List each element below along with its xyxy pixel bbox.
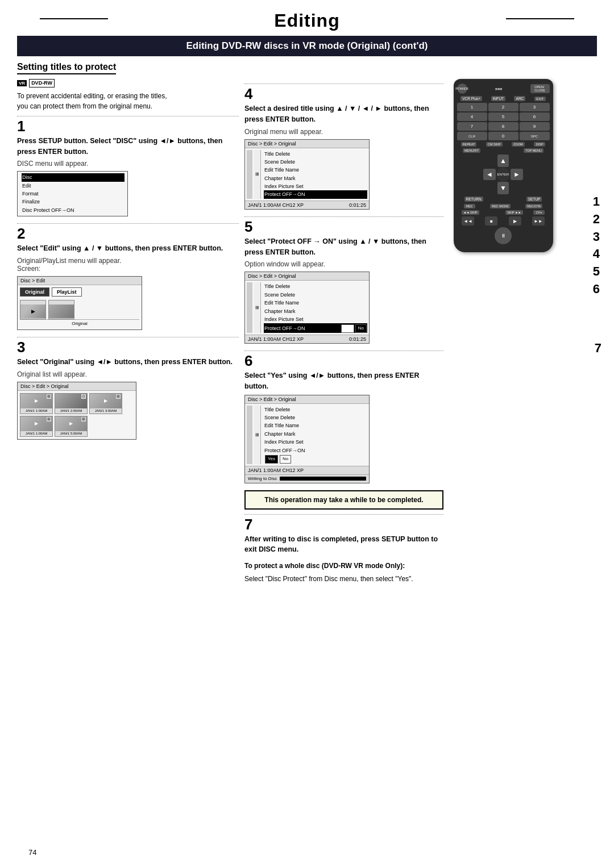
remote-func-row: REPEAT CM SKIP ZOOM DISP (457, 142, 550, 147)
step-5-yes: Yes (341, 324, 354, 333)
btn-space[interactable]: SPC (520, 132, 550, 140)
input-button[interactable]: INPUT (491, 96, 506, 101)
btn-5[interactable]: 5 (488, 112, 518, 121)
step-5-screen: Disc > Edit > Original ⊞ Title Delete Sc… (244, 272, 370, 344)
menu-rt-button[interactable]: MENU/RT (463, 148, 480, 153)
step-6-footer-left: JAN/1 1:00AM CH12 XP (248, 468, 304, 473)
step-1-menu-edit: Edit (22, 182, 125, 190)
step-5-title-delete: Title Delete (264, 282, 367, 290)
power-button[interactable]: POWER (457, 84, 467, 94)
top-menu-button[interactable]: TOP MENU (524, 148, 544, 153)
step-2-footer: Original (20, 319, 139, 327)
cmskip-button[interactable]: CM SKIP (486, 142, 503, 147)
btn-7[interactable]: 7 (457, 122, 487, 131)
page-number: 74 (28, 848, 36, 857)
zoom-button[interactable]: ZOOM (512, 142, 525, 147)
step-7-instruction: After writing to disc is completed, pres… (244, 534, 443, 556)
step-4-edit-title: Edit Title Name (264, 166, 367, 174)
step-3-screen: Disc > Edit > Original ▶ ⊞ JAN/1 1:00AM (17, 382, 136, 440)
arc-button[interactable]: ARC (514, 96, 525, 101)
step-4-protect: Protect OFF→ON (264, 190, 367, 198)
thumb-3-1: ▶ ⊞ JAN/1 1:00AM (20, 393, 53, 414)
btn-clear[interactable]: CLR (457, 132, 487, 140)
dpad-left[interactable]: ◄ (483, 169, 496, 180)
btn-3[interactable]: 3 (520, 103, 550, 111)
open-close-button[interactable]: OPEN/CLOSE (530, 84, 550, 93)
exit-button[interactable]: EXIT (534, 97, 546, 101)
step-6-title-delete: Title Delete (264, 406, 367, 414)
step-4-footer-left: JAN/1 1:00AM CH12 XP (248, 202, 304, 208)
step-7-number: 7 (244, 517, 443, 532)
setup-button[interactable]: SETUP (526, 197, 542, 202)
step-7-block: 7 After writing to disc is completed, pr… (244, 514, 443, 585)
thumb-3-2: ⊙ JAN/1 2:00AM (55, 393, 88, 414)
step-5-number: 5 (244, 219, 443, 234)
stop-button[interactable]: ■ (485, 216, 497, 226)
tab-original: Original (20, 287, 49, 297)
step-5-protect: Protect OFF→ON Yes No (264, 323, 367, 333)
btn-0[interactable]: 0 (488, 132, 518, 140)
step-6-menu: Title Delete Scene Delete Edit Title Nam… (263, 406, 367, 464)
step-1-menu-format: Format (22, 190, 125, 198)
display-button[interactable]: DISP (534, 142, 545, 147)
remote-pause-row: ⏸ (457, 227, 550, 244)
dpad-right[interactable]: ► (511, 169, 523, 180)
dvdrw-badge: DVD-RW (29, 79, 55, 87)
rec-button[interactable]: REC (464, 204, 475, 208)
skip-fwd-button[interactable]: SKIP ►► (505, 210, 523, 215)
step-2-bold: Select "Edit" using ▲ / ▼ buttons, then … (17, 244, 223, 252)
dpad-down[interactable]: ▼ (497, 182, 509, 194)
page-container: Editing Editing DVD-RW discs in VR mode … (0, 0, 614, 868)
btn-2[interactable]: 2 (488, 103, 518, 111)
rev-button[interactable]: ◄◄ (462, 216, 474, 226)
step-ind-7: 7 (595, 341, 601, 356)
step-4-footer-right: 0:01:25 (349, 202, 366, 208)
remote-transport-row: ◄◄ ■ ▶ ►► (457, 216, 550, 226)
repeat-button[interactable]: REPEAT (461, 142, 477, 147)
btn-4[interactable]: 4 (457, 112, 487, 121)
center-column: 4 Select a desired title using ▲ / ▼ / ◄… (244, 79, 443, 591)
step-2-number: 2 (17, 226, 239, 241)
sub-title-banner: Editing DVD-RW discs in VR mode (Origina… (17, 36, 597, 56)
step-3-instruction: Select "Original" using ◄/► buttons, the… (17, 357, 239, 368)
main-layout: VR DVD-RW To prevent accidental editing,… (17, 79, 597, 591)
skip-back-button[interactable]: ◄◄ SKIP (462, 210, 479, 215)
btn-6[interactable]: 6 (520, 112, 550, 121)
remote-rec-row: REC REC MODE REC/OTA (457, 204, 550, 208)
step-5-divider (244, 216, 443, 217)
step-7-note: To protect a whole disc (DVD-RW VR mode … (244, 561, 443, 584)
fwd-button[interactable]: ►► (532, 216, 545, 226)
pause-button[interactable]: ⏸ (495, 227, 512, 244)
btn-8[interactable]: 8 (488, 122, 518, 131)
rec-mode-button[interactable]: REC MODE (490, 204, 511, 208)
dvd-badge: VR DVD-RW (17, 79, 239, 87)
step-6-no: No (280, 455, 291, 464)
step-6-progress-bar (280, 477, 366, 481)
step-5-footer-left: JAN/1 1:00AM CH12 XP (248, 336, 304, 342)
return-button[interactable]: RETURN (464, 197, 483, 202)
dpad-up[interactable]: ▲ (497, 155, 509, 167)
page-title: Editing (274, 10, 339, 31)
section-title: Setting titles to protect (17, 62, 116, 74)
step-5-sub: Option window will appear. (244, 260, 443, 268)
step-2-screen-header: Disc > Edit (18, 277, 142, 285)
step-5-chapter: Chapter Mark (264, 307, 367, 315)
ch-plus-button[interactable]: CH+ (533, 210, 545, 215)
step-7-note-bold: To protect a whole disc (DVD-RW VR mode … (244, 562, 405, 570)
step-6-yes: Yes (265, 455, 278, 464)
step-5-yesno: Yes No (341, 324, 367, 333)
remote-wrapper: POWER ■■■ OPEN/CLOSE VCR Plus+ INPUT ARC… (449, 79, 557, 252)
step-5-footer-right: 0:01:25 (349, 336, 366, 342)
step-2-screen-body: Original PlayList ▶ Original (18, 285, 142, 329)
vcrplus-button[interactable]: VCR Plus+ (460, 96, 482, 101)
step-6-protect-row: Protect OFF→ON (264, 446, 367, 454)
step-4-menu: Title Delete Scene Delete Edit Title Nam… (263, 150, 367, 199)
step-2-sub: Original/PlayList menu will appear.Scree… (17, 257, 239, 273)
rec-ota-button[interactable]: REC/OTA (525, 204, 542, 208)
step-4-sidebar (247, 150, 252, 199)
play-button[interactable]: ▶ (509, 216, 521, 226)
btn-9[interactable]: 9 (520, 122, 550, 131)
enter-button[interactable]: ENTER (496, 168, 510, 181)
btn-1[interactable]: 1 (457, 103, 487, 111)
step-5-menu: Title Delete Scene Delete Edit Title Nam… (263, 282, 367, 333)
